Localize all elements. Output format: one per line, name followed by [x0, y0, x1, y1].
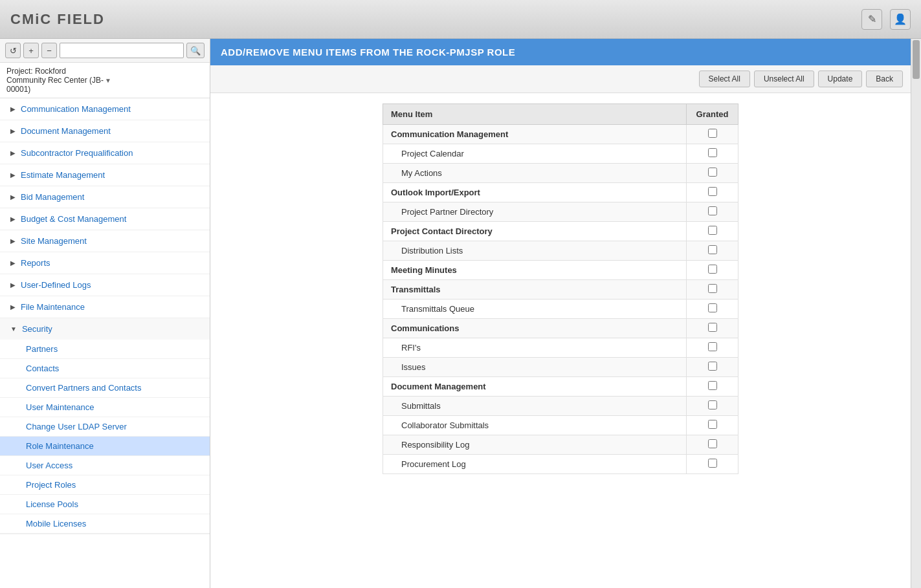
sidebar-item-project-roles[interactable]: Project Roles: [0, 475, 210, 495]
scrollbar-track[interactable]: [911, 39, 921, 588]
granted-checkbox[interactable]: [708, 381, 717, 390]
top-header: CMiC FIELD ✎ 👤: [0, 0, 921, 39]
edit-icon-button[interactable]: ✎: [861, 9, 882, 30]
add-button[interactable]: +: [23, 43, 39, 58]
refresh-button[interactable]: ↺: [5, 43, 21, 58]
app-logo-text: CMiC: [10, 11, 52, 27]
sidebar-item-user-access[interactable]: User Access: [0, 456, 210, 475]
nav-group-communication-management: ▶Communication Management: [0, 98, 210, 120]
update-button[interactable]: Update: [818, 71, 863, 87]
col-menu-item: Menu Item: [383, 104, 687, 125]
sidebar-item-mobile-licenses[interactable]: Mobile Licenses: [0, 514, 210, 534]
nav-group-label-bid-management: Bid Management: [21, 192, 84, 202]
granted-checkbox[interactable]: [708, 148, 717, 157]
scrollbar-thumb: [913, 40, 920, 79]
granted-checkbox[interactable]: [708, 245, 717, 254]
granted-cell[interactable]: [687, 397, 738, 416]
remove-button[interactable]: −: [41, 43, 57, 58]
granted-checkbox[interactable]: [708, 420, 717, 429]
granted-checkbox[interactable]: [708, 206, 717, 215]
nav-group-header-budget-cost-management[interactable]: ▶Budget & Cost Management: [0, 208, 210, 230]
sidebar-item-partners[interactable]: Partners: [0, 340, 210, 359]
granted-cell[interactable]: [687, 164, 738, 183]
nav-group-header-communication-management[interactable]: ▶Communication Management: [0, 98, 210, 120]
nav-group-header-subcontractor-prequalification[interactable]: ▶Subcontractor Prequalification: [0, 142, 210, 164]
back-button[interactable]: Back: [866, 71, 903, 87]
granted-cell[interactable]: [687, 125, 738, 144]
page-title: ADD/REMOVE MENU ITEMS FROM THE ROCK-PMJS…: [221, 47, 515, 58]
expand-icon: ▶: [10, 303, 16, 310]
granted-cell[interactable]: [687, 319, 738, 338]
granted-checkbox[interactable]: [708, 459, 717, 468]
menu-item-label: Project Contact Directory: [383, 222, 687, 241]
granted-cell[interactable]: [687, 202, 738, 222]
table-row: Issues: [383, 358, 738, 377]
project-selector-label: Project: Rockford Community Rec Center (…: [6, 67, 105, 94]
granted-cell[interactable]: [687, 455, 738, 474]
granted-cell[interactable]: [687, 358, 738, 377]
nav-group-header-file-maintenance[interactable]: ▶File Maintenance: [0, 296, 210, 318]
granted-cell[interactable]: [687, 280, 738, 299]
nav-group-header-document-management[interactable]: ▶Document Management: [0, 120, 210, 142]
table-row: Transmittals: [383, 280, 738, 299]
menu-item-label: Document Management: [383, 377, 687, 397]
sidebar-item-convert-partners-contacts[interactable]: Convert Partners and Contacts: [0, 378, 210, 398]
menu-item-label: Communications: [383, 319, 687, 338]
nav-group-reports: ▶Reports: [0, 252, 210, 274]
granted-checkbox[interactable]: [708, 400, 717, 409]
menu-item-label: Submittals: [383, 397, 687, 416]
granted-cell[interactable]: [687, 377, 738, 397]
nav-group-header-user-defined-logs[interactable]: ▶User-Defined Logs: [0, 274, 210, 296]
collapse-icon: ▼: [10, 325, 17, 332]
granted-checkbox[interactable]: [708, 284, 717, 293]
nav-group-header-bid-management[interactable]: ▶Bid Management: [0, 186, 210, 208]
project-dropdown-arrow: ▼: [105, 77, 203, 84]
sidebar-item-contacts[interactable]: Contacts: [0, 359, 210, 378]
nav-group-label-file-maintenance: File Maintenance: [21, 302, 85, 312]
granted-checkbox[interactable]: [708, 439, 717, 448]
sidebar-item-change-user-ldap-server[interactable]: Change User LDAP Server: [0, 417, 210, 437]
app-logo: CMiC FIELD: [10, 11, 105, 28]
search-input[interactable]: [60, 43, 184, 58]
table-row: RFI's: [383, 338, 738, 358]
nav-group-header-site-management[interactable]: ▶Site Management: [0, 230, 210, 252]
nav-group-label-security: Security: [22, 324, 52, 334]
nav-group-header-security[interactable]: ▼Security: [0, 318, 210, 340]
granted-cell[interactable]: [687, 299, 738, 319]
sidebar-item-user-maintenance[interactable]: User Maintenance: [0, 398, 210, 417]
granted-checkbox[interactable]: [708, 129, 717, 138]
nav-group-site-management: ▶Site Management: [0, 230, 210, 252]
granted-checkbox[interactable]: [708, 362, 717, 371]
granted-checkbox[interactable]: [708, 303, 717, 312]
granted-checkbox[interactable]: [708, 187, 717, 196]
nav-group-header-reports[interactable]: ▶Reports: [0, 252, 210, 274]
sidebar-item-role-maintenance[interactable]: Role Maintenance: [0, 437, 210, 456]
table-row: Transmittals Queue: [383, 299, 738, 319]
granted-cell[interactable]: [687, 183, 738, 202]
granted-checkbox[interactable]: [708, 323, 717, 332]
select-all-button[interactable]: Select All: [699, 71, 750, 87]
granted-cell[interactable]: [687, 435, 738, 455]
granted-checkbox[interactable]: [708, 168, 717, 177]
granted-cell[interactable]: [687, 144, 738, 164]
granted-cell[interactable]: [687, 222, 738, 241]
header-icons: ✎ 👤: [861, 9, 911, 30]
unselect-all-button[interactable]: Unselect All: [754, 71, 814, 87]
granted-cell[interactable]: [687, 338, 738, 358]
sidebar-item-license-pools[interactable]: License Pools: [0, 495, 210, 514]
expand-icon: ▶: [10, 193, 16, 201]
granted-checkbox[interactable]: [708, 265, 717, 274]
nav-group-header-estimate-management[interactable]: ▶Estimate Management: [0, 164, 210, 186]
nav-group-label-site-management: Site Management: [21, 236, 87, 246]
menu-item-label: Distribution Lists: [383, 241, 687, 261]
nav-group-label-subcontractor-prequalification: Subcontractor Prequalification: [21, 148, 133, 158]
granted-checkbox[interactable]: [708, 226, 717, 235]
user-icon-button[interactable]: 👤: [890, 9, 911, 30]
table-row: Responsibility Log: [383, 435, 738, 455]
granted-cell[interactable]: [687, 416, 738, 435]
project-selector[interactable]: Project: Rockford Community Rec Center (…: [0, 63, 210, 98]
granted-cell[interactable]: [687, 261, 738, 280]
search-button[interactable]: 🔍: [186, 43, 205, 58]
granted-cell[interactable]: [687, 241, 738, 261]
granted-checkbox[interactable]: [708, 342, 717, 351]
